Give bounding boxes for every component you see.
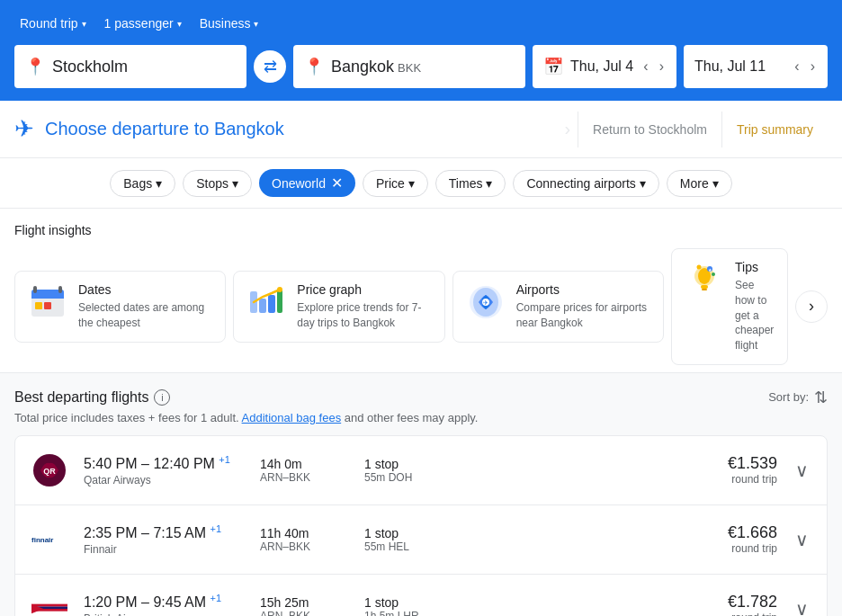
price-graph-icon-wrap [246, 282, 286, 322]
flights-section: Best departing flights i Sort by: ⇅ Tota… [0, 373, 842, 616]
price-graph-card-title: Price graph [297, 282, 431, 297]
class-selector[interactable]: Business ▾ [194, 13, 264, 34]
destination-box[interactable]: 📍 BangkokBKK [293, 45, 525, 88]
filter-more[interactable]: More ▾ [667, 170, 732, 197]
filter-times-label: Times [449, 176, 483, 191]
filter-price-chevron: ▾ [408, 176, 415, 191]
flight-times-1: 5:40 PM – 12:40 PM +1 Qatar Airways [84, 454, 246, 487]
origin-pin-icon: 📍 [25, 57, 45, 76]
filter-price[interactable]: Price ▾ [363, 170, 428, 197]
svg-rect-4 [44, 302, 51, 309]
sort-label: Sort by: [768, 390, 809, 404]
svg-rect-10 [268, 295, 275, 313]
date2-box[interactable]: Thu, Jul 11 ‹ › [684, 45, 828, 88]
stops-text-2: 1 stop [364, 526, 454, 540]
dates-card-text: Dates Selected dates are among the cheap… [78, 282, 212, 331]
stop-detail-2: 55m HEL [364, 540, 454, 553]
filter-oneworld-close-icon[interactable]: ✕ [331, 174, 343, 192]
filter-more-label: More [680, 176, 709, 191]
passenger-chevron: ▾ [177, 19, 182, 29]
filters-bar: Bags ▾ Stops ▾ Oneworld ✕ Price ▾ Times … [0, 158, 842, 209]
british-airways-logo [31, 598, 67, 616]
search-options-row: Round trip ▾ 1 passenger ▾ Business ▾ [14, 13, 828, 34]
flight-times-3: 1:20 PM – 9:45 AM +1 British Airways [84, 593, 246, 616]
svg-rect-19 [702, 289, 707, 290]
insight-card-price-graph[interactable]: Price graph Explore price trends for 7-d… [233, 271, 444, 343]
step-active: ✈ Choose departure to Bangkok [14, 115, 557, 143]
flights-title-row: Best departing flights i [14, 389, 170, 406]
airline-logo-qatar: QR [30, 451, 69, 490]
step-active-label: Choose departure to Bangkok [45, 119, 284, 139]
duration-text-3: 15h 25m [260, 595, 350, 610]
step3-label[interactable]: Trip summary [722, 122, 828, 137]
airports-card-title: Airports [516, 282, 650, 297]
flights-info-icon[interactable]: i [154, 389, 170, 406]
dates-icon-wrap [28, 282, 67, 322]
date1-box[interactable]: 📅 Thu, Jul 4 ‹ › [533, 45, 676, 88]
sort-icon[interactable]: ⇅ [814, 388, 828, 407]
steps-bar: ✈ Choose departure to Bangkok › Return t… [0, 101, 842, 158]
expand-flight-2-button[interactable]: ∨ [792, 525, 812, 554]
airline-logo-finnair: finnair [30, 520, 69, 559]
table-row[interactable]: finnair 2:35 PM – 7:15 AM +1 Finnair 11h… [15, 505, 827, 575]
filter-bags[interactable]: Bags ▾ [110, 170, 175, 197]
price-graph-card-desc: Explore price trends for 7-day trips to … [297, 300, 431, 331]
trip-type-selector[interactable]: Round trip ▾ [14, 13, 92, 34]
filter-times[interactable]: Times ▾ [435, 170, 506, 197]
date1-next-button[interactable]: › [658, 57, 666, 76]
insight-card-tips[interactable]: ★ Tips See how to get a cheaper flight [671, 248, 788, 365]
filter-connecting-label: Connecting airports [526, 176, 635, 191]
flight-duration-1: 14h 0m ARN–BKK [260, 457, 350, 484]
origin-text: Stockholm [52, 58, 128, 76]
stop-detail-1: 55m DOH [364, 471, 454, 484]
filter-oneworld[interactable]: Oneworld ✕ [259, 169, 355, 197]
expand-flight-3-button[interactable]: ∨ [792, 594, 812, 616]
insights-title: Flight insights [14, 223, 828, 237]
insight-card-airports[interactable]: ✈ Airports Compare prices for airports n… [452, 271, 664, 343]
finnair-logo: finnair [31, 534, 67, 545]
insights-next-button[interactable]: › [795, 290, 828, 323]
subtitle-prefix: Total price includes taxes + fees for 1 … [14, 411, 239, 424]
stops-text-3: 1 stop [364, 595, 454, 610]
destination-pin-icon: 📍 [304, 57, 324, 76]
tips-card-desc: See how to get a cheaper flight [735, 278, 775, 353]
calendar-icon: 📅 [543, 57, 563, 76]
airports-icon-wrap: ✈ [466, 282, 506, 322]
flight-price-3: €1.782 round trip [469, 593, 777, 616]
svg-rect-11 [277, 290, 282, 313]
swap-button[interactable]: ⇄ [254, 50, 286, 83]
filter-bags-label: Bags [123, 176, 152, 191]
airline-name-3: British Airways [84, 612, 246, 616]
filter-connecting-chevron: ▾ [640, 176, 646, 191]
date2-next-button[interactable]: › [809, 57, 817, 76]
tips-bulb-icon: ★ [685, 260, 724, 299]
table-row[interactable]: QR 5:40 PM – 12:40 PM +1 Qatar Airways 1… [15, 436, 827, 505]
origin-box[interactable]: 📍 Stockholm [14, 45, 246, 88]
flight-time-1: 5:40 PM – 12:40 PM +1 [84, 454, 246, 472]
date1-prev-button[interactable]: ‹ [641, 57, 649, 76]
svg-rect-3 [35, 302, 42, 309]
step2-label: Return to Stockholm [578, 122, 721, 137]
class-chevron: ▾ [254, 19, 258, 29]
price-text-1: €1.539 [469, 454, 777, 473]
date2-prev-button[interactable]: ‹ [793, 57, 801, 76]
airports-card-text: Airports Compare prices for airports nea… [516, 282, 650, 331]
airline-name-2: Finnair [84, 543, 246, 556]
flight-time-3: 1:20 PM – 9:45 AM +1 [84, 593, 246, 611]
filter-stops[interactable]: Stops ▾ [183, 170, 252, 197]
qatar-airways-logo: QR [31, 452, 67, 488]
tips-icon-wrap: ★ [685, 260, 724, 299]
additional-bag-fees-link[interactable]: Additional bag fees [242, 411, 342, 424]
price-graph-icon [246, 282, 286, 322]
passenger-selector[interactable]: 1 passenger ▾ [99, 13, 187, 34]
filter-connecting-airports[interactable]: Connecting airports ▾ [513, 170, 658, 197]
insight-card-dates[interactable]: Dates Selected dates are among the cheap… [14, 271, 226, 343]
airports-card-desc: Compare prices for airports near Bangkok [516, 300, 650, 331]
table-row[interactable]: 1:20 PM – 9:45 AM +1 British Airways 15h… [15, 575, 827, 616]
flights-list: QR 5:40 PM – 12:40 PM +1 Qatar Airways 1… [14, 435, 828, 616]
expand-flight-1-button[interactable]: ∨ [792, 456, 812, 485]
insights-cards-row: Dates Selected dates are among the cheap… [14, 248, 828, 365]
svg-rect-5 [53, 302, 60, 309]
tips-card-title: Tips [735, 260, 775, 274]
tips-card-text: Tips See how to get a cheaper flight [735, 260, 775, 353]
